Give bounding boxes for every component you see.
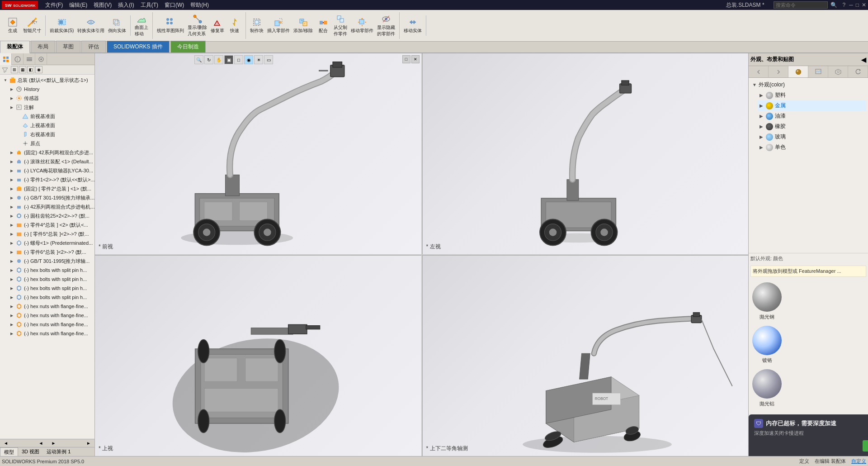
vp-pan-btn[interactable]: ✋ xyxy=(214,55,223,64)
mat-ball-chrome[interactable]: 镀铬 xyxy=(752,326,782,364)
help-icon[interactable]: ? xyxy=(843,2,846,8)
3d-view-tab[interactable]: 3D 视图 xyxy=(18,447,43,456)
viewport-top[interactable]: * 上视 xyxy=(95,255,421,456)
insert-component-button[interactable]: 插入零部件 xyxy=(266,16,291,35)
ap-item-metal[interactable]: ▶ 金属 xyxy=(758,100,866,111)
ap-expand-glass[interactable]: ▶ xyxy=(760,134,765,139)
display-tab[interactable] xyxy=(35,53,47,65)
tree-item-part8[interactable]: ▶ (-) 圆柱齿轮25×2<2>->? (默... xyxy=(7,211,94,220)
motion-tab[interactable]: 运动算例 1 xyxy=(43,447,74,456)
viewport-front[interactable]: □ ✕ xyxy=(95,53,421,254)
vp-wireframe-btn[interactable]: □ xyxy=(234,55,243,64)
ap-expand-mono[interactable]: ▶ xyxy=(760,145,765,150)
tab-sketch[interactable]: 草图 xyxy=(56,41,80,52)
rp-tab-back[interactable] xyxy=(749,66,769,77)
tab-layout[interactable]: 布局 xyxy=(31,41,55,52)
ap-item-mono[interactable]: ▶ 单色 xyxy=(758,142,866,152)
tree-item-origin[interactable]: 原点 xyxy=(1,139,94,148)
ap-expand-metal[interactable]: ▶ xyxy=(760,103,765,108)
offset-entity-button[interactable]: 倒向实体 xyxy=(107,16,127,35)
convert-entity-button[interactable]: 转换实体引用 xyxy=(76,16,106,35)
config-tab[interactable] xyxy=(24,53,35,65)
make-block-button[interactable]: 制作块 xyxy=(249,16,265,35)
menu-insert[interactable]: 插入(I) xyxy=(115,0,137,10)
menu-window[interactable]: 窗口(W) xyxy=(162,0,187,10)
linear-pattern-button[interactable]: 线性草图阵列 xyxy=(156,16,185,35)
tab-solidworks-plugins[interactable]: SOLIDWORKS 插件 xyxy=(107,41,170,52)
tree-item-history[interactable]: ▶ History xyxy=(7,85,94,94)
feature-manager-tab[interactable] xyxy=(0,53,12,65)
tree-item-part4[interactable]: ▶ (-) 零件1<2>->? (默认<<默认>... xyxy=(7,175,94,184)
vp-light-btn[interactable]: ☀ xyxy=(254,55,263,64)
mat-ball-brushed-aluminum[interactable]: 抛光铝 xyxy=(752,369,782,407)
menu-view[interactable]: 视图(V) xyxy=(91,0,114,10)
vp-shading-btn[interactable]: ▣ xyxy=(224,55,233,64)
rp-tab-forward[interactable] xyxy=(769,66,788,77)
scroll-next-btn[interactable]: ► xyxy=(48,439,60,447)
tree-item-part10[interactable]: ▶ (-) [ 零件5^总装 ]<2>->? (默... xyxy=(7,229,94,238)
show-hide-button[interactable]: 显示隐藏的零部件 xyxy=(376,13,396,38)
maximize-icon[interactable]: □ xyxy=(856,2,859,8)
vp-zoom-btn[interactable]: 🔍 xyxy=(194,55,203,64)
tree-item-part3[interactable]: ▶ (-) LYCA梅花联轴器[LYCA-30... xyxy=(7,166,94,175)
right-panel-collapse-btn[interactable]: ◀ xyxy=(861,56,866,63)
ap-expand-plastic[interactable]: ▶ xyxy=(760,93,765,98)
ap-item-glass[interactable]: ▶ 玻璃 xyxy=(758,132,866,142)
tree-item-notes[interactable]: ▶ A 注解 xyxy=(7,103,94,112)
rp-tab-scenes[interactable] xyxy=(808,66,828,77)
smart-dimension-button[interactable]: 尺寸 智能尺寸 xyxy=(22,16,42,35)
tree-item-sensors[interactable]: ▶ 传感器 xyxy=(7,94,94,103)
close-icon[interactable]: ✕ xyxy=(862,2,866,8)
ap-expand-rubber[interactable]: ▶ xyxy=(760,124,765,129)
generate-button[interactable]: 生成 xyxy=(5,16,21,35)
filter-btn-2[interactable]: ▦ xyxy=(19,66,26,73)
tab-today-manufacture[interactable]: 今日制造 xyxy=(170,41,206,52)
status-customize[interactable]: 自定义 xyxy=(851,458,866,465)
tree-item-hexnut4[interactable]: ▶ (-) hex nuts with flange-fine... xyxy=(7,329,94,338)
scroll-left-btn[interactable]: ◄ xyxy=(0,439,12,447)
tree-item-part12[interactable]: ▶ (-) 零件6^总装 ]<2>->? (默... xyxy=(7,247,94,257)
rp-tab-refresh[interactable] xyxy=(848,66,868,77)
notification-action-btn[interactable]: 深度加速 xyxy=(863,440,868,452)
tree-item-part11[interactable]: ▶ (-) 螺母<1> (Predeterminated... xyxy=(7,238,94,247)
scroll-prev-btn[interactable]: ◄ xyxy=(35,439,47,447)
tree-item-root[interactable]: ▼ 总装 (默认<<默认_显示状态-1>) xyxy=(1,76,94,85)
menu-file[interactable]: 文件(F) xyxy=(42,0,66,10)
filter-btn-4[interactable]: ◉ xyxy=(35,66,42,73)
tree-item-part2[interactable]: ▶ (-) 滚珠丝杠装配 <1> (Default... xyxy=(7,157,94,166)
search-icon[interactable]: 🔍 xyxy=(830,2,837,8)
ap-expand-root[interactable]: ▼ xyxy=(752,82,758,87)
menu-tools[interactable]: 工具(T) xyxy=(138,0,161,10)
tree-item-hexnut1[interactable]: ▶ (-) hex nuts with flange-fine... xyxy=(7,302,94,311)
vp-rotate-btn[interactable]: ↻ xyxy=(204,55,213,64)
tree-expand-root[interactable]: ▼ xyxy=(3,77,8,83)
tree-item-hex4[interactable]: ▶ (-) hex bolts with split pin h... xyxy=(7,293,94,302)
repair-sketch-button[interactable]: ! 修复草 xyxy=(209,16,226,35)
surface-move-button[interactable]: 曲面上移动 xyxy=(133,13,150,38)
tree-item-part1[interactable]: ▶ (固定) 42系列两相混合式步进... xyxy=(7,148,94,157)
ap-item-root[interactable]: ▼ 外观(color) xyxy=(750,80,866,90)
mate-button[interactable]: 配合 xyxy=(315,16,331,35)
tree-item-front-plane[interactable]: 前视基准面 xyxy=(1,112,94,121)
tree-item-top-plane[interactable]: 上视基准面 xyxy=(1,121,94,130)
ap-item-plastic[interactable]: ▶ 塑料 xyxy=(758,90,866,100)
vp-bg-btn[interactable]: ▭ xyxy=(264,55,273,64)
vp-color-btn[interactable]: ◉ xyxy=(244,55,253,64)
move-entity-button[interactable]: 移动实体 xyxy=(402,16,423,35)
move-component-button[interactable]: 移动零部件 xyxy=(349,16,375,35)
tree-item-hexnut3[interactable]: ▶ (-) hex nuts with flange-fine... xyxy=(7,320,94,329)
search-input[interactable] xyxy=(774,1,828,9)
tree-item-hexnut2[interactable]: ▶ (-) hex nuts with flange-fine... xyxy=(7,311,94,320)
rp-tab-appearances[interactable] xyxy=(788,66,808,77)
ap-expand-paint[interactable]: ▶ xyxy=(760,114,765,119)
ap-item-paint[interactable]: ▶ 油漆 xyxy=(758,111,866,121)
filter-btn-3[interactable]: ◧ xyxy=(27,66,34,73)
menu-edit[interactable]: 编辑(E) xyxy=(66,0,90,10)
mat-ball-brushed-steel[interactable]: 抛光钢 xyxy=(752,282,782,320)
viewport-isometric[interactable]: ROBOT * 上下二等角轴测 xyxy=(422,255,749,456)
tree-item-part6[interactable]: ▶ (-) GB/T 301-1995[推力球轴承... xyxy=(7,193,94,202)
menu-help[interactable]: 帮助(H) xyxy=(188,0,212,10)
scroll-right-btn[interactable]: ► xyxy=(83,439,94,447)
quick-snap-button[interactable]: 快速 xyxy=(226,16,243,35)
tree-item-hex3[interactable]: ▶ (-) hex bolts with split pin h... xyxy=(7,284,94,293)
